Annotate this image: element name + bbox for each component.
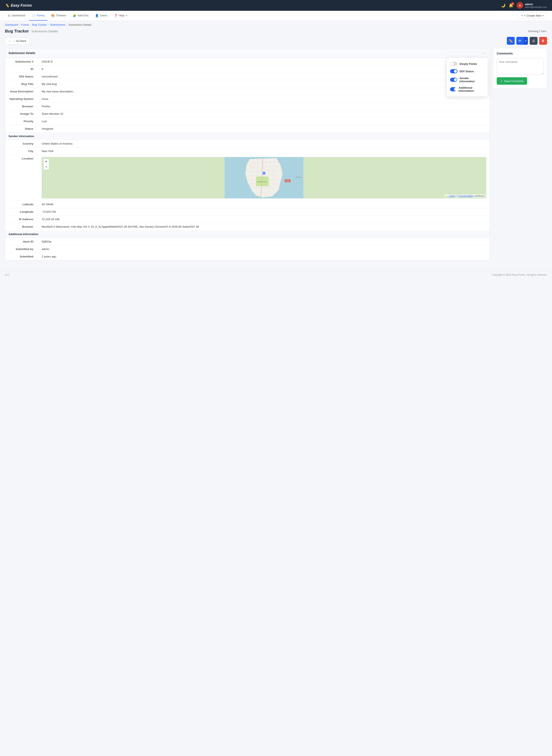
field-value: My new bug <box>38 80 490 88</box>
comments-textarea[interactable] <box>497 58 544 74</box>
field-label: Submission # <box>5 58 38 65</box>
trash-icon: 🗑 <box>541 39 545 43</box>
table-row: City New York <box>5 148 490 155</box>
dropdown-item-sender-information[interactable]: Sender Information <box>450 75 485 84</box>
version-label: v2.2 <box>5 273 10 276</box>
email-button[interactable]: ✉ <box>516 37 523 45</box>
additional-information-toggle[interactable] <box>450 87 456 91</box>
chevron-down-icon: ▾ <box>542 14 544 17</box>
moon-icon[interactable]: 🌙 <box>501 3 505 8</box>
print-icon: 🖨 <box>532 39 535 43</box>
page-header: Bug Tracker Submission Details Showing 1… <box>5 29 547 33</box>
empty-fields-toggle[interactable] <box>450 62 457 66</box>
footer: v2.2 Copyright © 2024 Easy Forms. All ri… <box>0 270 552 279</box>
dropdown-popup: Empty Fields DOI Status <box>446 57 488 97</box>
chevron-down-icon: ▾ <box>126 14 127 17</box>
table-row: Submitted by admin <box>5 245 490 253</box>
field-value: Firefox <box>38 103 490 110</box>
map-zoom-controls: + − <box>43 159 49 170</box>
copyright-text: Copyright © 2024 Easy Forms. All rights … <box>492 273 547 276</box>
map-zoom-in[interactable]: + <box>43 159 49 164</box>
table-row: Browser Firefox <box>5 103 490 110</box>
action-buttons: ✏️ ✉ ▾ 🖨 🗑 <box>507 37 547 45</box>
chevron-down-icon: ▾ <box>525 39 526 42</box>
table-row: Location + − <box>5 155 490 201</box>
delete-button[interactable]: 🗑 <box>539 37 547 45</box>
field-label: Browser <box>5 223 38 230</box>
svg-text:278: 278 <box>286 180 289 182</box>
email-icon: ✉ <box>519 39 521 43</box>
field-label: Country <box>5 140 38 148</box>
sender-information-toggle[interactable] <box>450 78 457 82</box>
dropdown-item-doi-status[interactable]: DOI Status <box>450 67 485 75</box>
field-label: Assign To <box>5 110 38 118</box>
users-icon: 👤 <box>95 14 99 17</box>
nav-item-themes[interactable]: 🎨 Themes <box>48 11 69 20</box>
save-comment-button[interactable]: ✓ Save Comment <box>497 77 527 85</box>
create-new-button[interactable]: + + Create New ▾ <box>518 12 547 19</box>
email-button-group: ✉ ▾ <box>516 37 528 45</box>
print-button[interactable]: 🖨 <box>530 37 538 45</box>
submission-table: Submission # ISSUE-6 ID 6 DOI Status Unc… <box>5 58 490 260</box>
dropdown-item-empty-fields[interactable]: Empty Fields <box>450 60 485 67</box>
comments-title: Comments <box>497 51 544 55</box>
field-label: Operating System <box>5 95 38 103</box>
openstreetmap-link[interactable]: OpenStreetMap <box>458 195 473 197</box>
field-label: Longitude <box>5 208 38 216</box>
field-value: Low <box>38 118 490 125</box>
avatar: A <box>517 2 523 9</box>
field-label: Browser <box>5 103 38 110</box>
breadcrumb-dashboard[interactable]: Dashboard <box>5 23 18 26</box>
field-value: 6 <box>38 65 490 73</box>
breadcrumb-submissions[interactable]: Submissions <box>50 23 65 26</box>
field-value: Assigned <box>38 125 490 133</box>
bell-icon[interactable]: 🔔 1 <box>509 3 513 8</box>
dropdown-item-additional-information[interactable]: Additional Information <box>450 84 485 94</box>
field-label: Bug Title <box>5 80 38 88</box>
doi-status-toggle[interactable] <box>450 69 457 73</box>
edit-icon: ✏️ <box>509 39 513 43</box>
more-options-button[interactable]: ⋯ <box>482 51 486 55</box>
additional-information-label: Additional Information <box>458 86 485 92</box>
breadcrumb-forms[interactable]: Forms <box>21 23 29 26</box>
table-row: Submitted 2 years ago <box>5 253 490 260</box>
field-label: City <box>5 148 38 155</box>
edit-button[interactable]: ✏️ <box>507 37 515 45</box>
breadcrumb-bug-tracker[interactable]: Bug Tracker <box>32 23 47 26</box>
sender-section-title: Sender Information <box>5 133 490 140</box>
field-value: fQBIOw <box>38 238 490 245</box>
user-profile[interactable]: A admin admin@example.com <box>517 2 547 9</box>
nav-item-help[interactable]: ❓ Help ▾ <box>111 11 130 20</box>
nav-item-users[interactable]: 👤 Users <box>92 11 110 20</box>
plus-icon: + <box>521 14 523 17</box>
email-dropdown-button[interactable]: ▾ <box>523 37 528 45</box>
map-svg: Central Park 278 <box>42 157 486 198</box>
svg-text:Central Park: Central Park <box>257 181 267 183</box>
field-label: Issue Description <box>5 88 38 95</box>
leaflet-link[interactable]: Leaflet <box>449 195 455 197</box>
page-title: Bug Tracker <box>5 29 29 33</box>
map-attribution: 🍃 Leaflet | © OpenStreetMap contributors <box>445 194 486 198</box>
table-row: Longitude -73.951749 <box>5 208 490 216</box>
field-label: Status <box>5 125 38 133</box>
submission-section: Submission Details ⋯ Empty Fields <box>5 48 490 260</box>
top-bar: ✏️ Easy Forms 🌙 🔔 1 A admin admin@exampl… <box>0 0 552 11</box>
field-label: ID <box>5 65 38 73</box>
table-row: Browser Mozilla/5.0 (Macintosh; Intel Ma… <box>5 223 490 230</box>
table-row: Status Assigned <box>5 125 490 133</box>
nav-item-addons[interactable]: 🧩 Add-Ons <box>70 11 91 20</box>
svg-text:Con E: Con E <box>296 176 301 178</box>
field-label: Submitted by <box>5 245 38 253</box>
map-zoom-out[interactable]: − <box>43 164 49 170</box>
table-row: Bug Title My new bug <box>5 80 490 88</box>
go-back-button[interactable]: ← ← Go Back <box>5 37 30 44</box>
nav-item-forms[interactable]: 📄 Forms <box>29 11 47 20</box>
table-row: Operating System Linux <box>5 95 490 103</box>
field-value: admin <box>38 245 490 253</box>
field-value: My new issue description... <box>38 88 490 95</box>
field-label: DOI Status <box>5 73 38 80</box>
dashboard-icon: ⊞ <box>8 14 10 17</box>
nav-item-dashboard[interactable]: ⊞ Dashboard <box>5 11 28 20</box>
table-row: Assign To Team Member #2 <box>5 110 490 118</box>
map-container: + − <box>42 157 486 198</box>
